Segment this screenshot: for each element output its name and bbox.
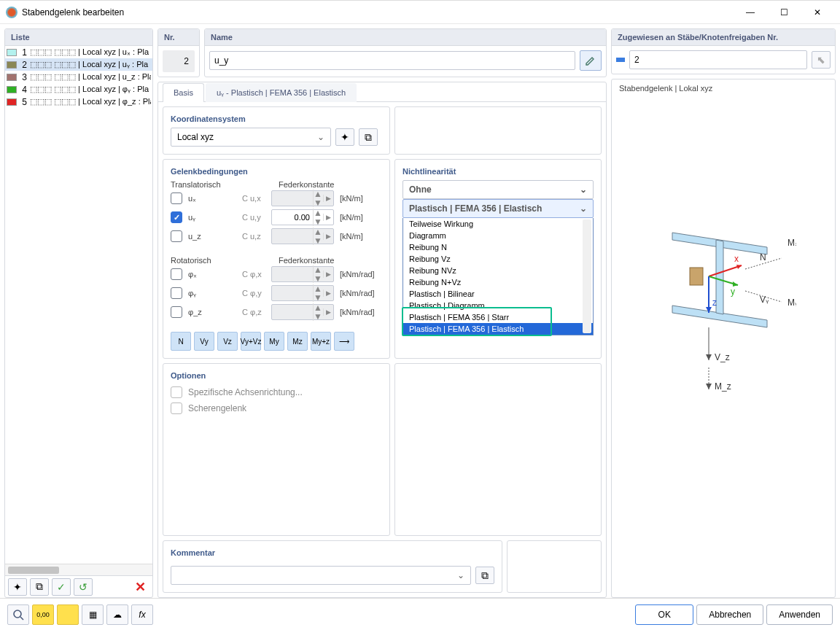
list-hscroll[interactable] [5,564,152,575]
ok-button[interactable]: OK [635,604,693,625]
nl-option[interactable]: Reibung N+Vz [403,276,593,288]
dropdown-scrollbar[interactable] [583,219,591,333]
svg-text:Vᵧ: Vᵧ [760,295,769,305]
coord-system-select[interactable]: Local xyz ⌄ [171,128,331,147]
nl-option[interactable]: Reibung NVz [403,265,593,276]
hinge-type-button[interactable]: Vy [194,332,214,351]
option-checkbox[interactable] [171,402,182,414]
spring-const-label: C u,z [242,232,268,241]
spring-input: ▲▼▶ [271,304,334,320]
coord-edit-button[interactable]: ⧉ [359,128,378,146]
spring-input: ▲▼▶ [271,285,334,301]
spring-const-label: C u,x [242,194,268,203]
dof-checkbox[interactable] [171,211,182,223]
help-button[interactable] [7,604,29,625]
render-button[interactable]: ▦ [82,604,104,625]
assigned-panel: Zugewiesen an Stäbe/Knotenfreigaben Nr. … [611,28,836,74]
dof-checkbox[interactable] [171,287,182,299]
name-label: Name [205,29,606,46]
name-panel: Name [204,28,607,77]
units-button[interactable]: 0,00 [32,604,54,625]
option-label: Spezifische Achsenrichtung... [188,387,303,397]
maximize-button[interactable]: ☐ [767,1,801,24]
include-button[interactable]: ✓ [52,578,71,596]
chevron-down-icon: ⌄ [580,184,587,195]
pick-member-button[interactable]: ⬉ [812,51,831,69]
name-input[interactable] [209,51,575,70]
svg-text:y: y [731,287,735,297]
svg-line-4 [709,265,742,276]
nl-option[interactable]: Plastisch | FEMA 356 | Starr [403,311,593,323]
minimize-button[interactable]: — [734,1,767,24]
list-item[interactable]: 1 ⬚⬚⬚ ⬚⬚⬚ | Local xyz | uₓ : Pla [5,46,152,58]
nl-option[interactable]: Diagramm [403,230,593,241]
exclude-button[interactable]: ↺ [74,578,93,596]
list-item-num: 3 [20,72,27,82]
hinge-header: Gelenkbedingungen [171,167,382,176]
comment-library-button[interactable]: ⧉ [475,567,494,584]
tab-plastic[interactable]: uᵧ - Plastisch | FEMA 356 | Elastisch [206,83,357,102]
cancel-button[interactable]: Abbrechen [696,604,763,625]
assigned-input[interactable] [629,50,807,69]
dof-checkbox[interactable] [171,306,182,318]
member-color-icon [616,58,625,62]
window-title: Stabendgelenk bearbeiten [22,7,734,18]
hinge-type-button[interactable]: My+z [311,332,331,351]
assigned-label: Zugewiesen an Stäbe/Knotenfreigaben Nr. [612,29,835,46]
dof-label: u_z [188,232,239,241]
nl-closed-select[interactable]: Ohne ⌄ [402,180,594,199]
color-button[interactable] [57,604,79,625]
svg-marker-2 [716,240,723,314]
list-panel: Liste 1 ⬚⬚⬚ ⬚⬚⬚ | Local xyz | uₓ : Pla 2… [4,28,153,598]
list-item[interactable]: 5 ⬚⬚⬚ ⬚⬚⬚ | Local xyz | φ_z : Pla [5,96,152,108]
apply-button[interactable]: Anwenden [766,604,833,625]
nl-option[interactable]: Plastisch | Bilinear [403,288,593,300]
comment-select[interactable]: ⌄ [171,566,471,585]
hinge-type-button[interactable]: Vz [217,332,238,351]
nl-option[interactable]: Teilweise Wirkung [403,218,593,230]
dof-checkbox[interactable] [171,230,182,242]
coord-new-button[interactable]: ✦ [335,128,354,146]
close-button[interactable]: ✕ [801,1,834,24]
script-button[interactable]: fx [131,604,153,625]
nl-option[interactable]: Plastisch | Diagramm [403,300,593,311]
list-item[interactable]: 4 ⬚⬚⬚ ⬚⬚⬚ | Local xyz | φᵧ : Pla [5,83,152,96]
svg-text:Mₓ: Mₓ [788,238,796,248]
option-checkbox[interactable] [171,386,182,398]
hinge-type-button[interactable]: ⟶ [334,332,354,351]
dof-label: uᵧ [188,213,239,222]
titlebar: Stabendgelenk bearbeiten — ☐ ✕ [0,1,840,24]
name-edit-button[interactable] [580,50,602,71]
coord-value: Local xyz [177,132,214,142]
delete-item-button[interactable]: ✕ [131,578,149,596]
svg-line-26 [20,617,23,620]
list-item-num: 5 [20,97,27,107]
hinge-type-button[interactable]: My [264,332,284,351]
nl-header: Nichtlinearität [402,167,594,176]
list-item[interactable]: 2 ⬚⬚⬚ ⬚⬚⬚ | Local xyz | uᵧ : Pla [5,58,152,71]
tab-basis[interactable]: Basis [163,83,204,102]
spring-input[interactable]: 0.00▲▼▶ [271,209,334,225]
hinge-type-button[interactable]: Mz [287,332,308,351]
spring-input: ▲▼▶ [271,266,334,282]
nl-open-select[interactable]: Plastisch | FEMA 356 | Elastisch ⌄ [402,199,594,218]
copy-item-button[interactable]: ⧉ [30,578,49,596]
nl-option[interactable]: Reibung N [403,241,593,253]
color-swatch [7,98,17,106]
hinge-type-button[interactable]: N [171,332,191,351]
dof-checkbox[interactable] [171,268,182,280]
new-item-button[interactable]: ✦ [8,578,27,596]
nl-option[interactable]: Plastisch | FEMA 356 | Elastisch [403,323,593,335]
nl-closed-value: Ohne [409,184,432,195]
list-item-text: ⬚⬚⬚ ⬚⬚⬚ | Local xyz | uₓ : Pla [30,47,151,57]
spring-const-label: C φ,y [242,289,268,298]
view-button[interactable]: ☁ [106,604,128,625]
options-header: Optionen [171,371,382,380]
color-swatch [7,49,17,56]
chevron-down-icon: ⌄ [580,203,587,214]
nl-option[interactable]: Reibung Vz [403,253,593,265]
list-item[interactable]: 3 ⬚⬚⬚ ⬚⬚⬚ | Local xyz | u_z : Pla [5,71,152,83]
dof-checkbox[interactable] [171,192,182,204]
hinge-type-button[interactable]: Vy+Vz [241,332,261,351]
feder-header: Federkonstante [279,180,344,189]
